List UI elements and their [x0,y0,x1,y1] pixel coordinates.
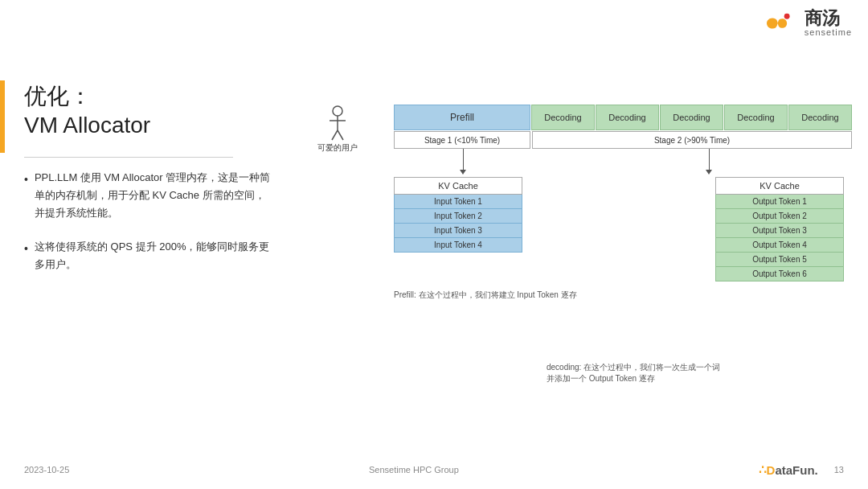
svg-line-4 [332,130,338,140]
output-token-6: Output Token 6 [715,267,844,281]
caption-decoding: decoding: 在这个过程中，我们将一次生成一个词 并添加一个 Output… [547,362,720,384]
kv-cache-right: KV Cache Output Token 1 Output Token 2 O… [715,177,844,281]
output-token-3: Output Token 3 [715,224,844,238]
arrow-left-line [463,149,464,170]
input-token-3: Input Token 3 [394,224,522,238]
title-divider [24,157,233,158]
kv-cache-row: KV Cache Input Token 1 Input Token 2 Inp… [394,177,852,281]
title-area: 优化： VM Allocator [24,82,150,141]
bullet-dot-2: • [24,240,28,259]
datafun-logo: ∴ DataFun. [759,462,818,477]
svg-point-0 [784,14,790,19]
footer-center: Sensetime HPC Group [369,465,459,475]
caption-decoding-line1: decoding: 在这个过程中，我们将一次生成一个词 [547,362,720,373]
decoding-box-1: Decoding [531,105,595,130]
logo-area: 商汤 sensetime [756,10,852,37]
output-token-1: Output Token 1 [715,195,844,209]
bullet-item-1: • PPL.LLM 使用 VM Allocator 管理内存，这是一种简单的内存… [24,169,273,222]
logo-chinese-text: 商汤 [805,10,840,27]
caption-prefill: Prefill: 在这个过程中，我们将建立 Input Token 逐存 [394,290,852,301]
person-figure [326,105,350,141]
stage1-box: Stage 1 (<10% Time) [394,131,530,149]
svg-line-5 [338,130,343,140]
output-token-5: Output Token 5 [715,253,844,267]
footer-right: ∴ DataFun. 13 [759,462,844,477]
caption-decoding-line2: 并添加一个 Output Token 逐存 [547,373,720,384]
pipeline-diagram: Prefill Decoding Decoding Decoding Decod… [394,105,852,301]
logo-english-text: sensetime [805,27,852,37]
arrow-right-line [709,149,710,170]
footer: 2023-10-25 Sensetime HPC Group ∴ DataFun… [0,462,868,477]
arrow-left-head [460,170,466,175]
input-token-1: Input Token 1 [394,195,522,209]
decoding-box-4: Decoding [724,105,788,130]
bullet-dot-1: • [24,171,28,190]
pipeline-top-row: Prefill Decoding Decoding Decoding Decod… [394,105,852,130]
datafun-d: D [767,463,776,477]
footer-date: 2023-10-25 [24,465,69,475]
decoding-box-3: Decoding [660,105,723,130]
input-token-4: Input Token 4 [394,238,522,253]
input-token-2: Input Token 2 [394,209,522,224]
datafun-rest: ataFun. [775,463,817,477]
decoding-boxes: Decoding Decoding Decoding Decoding Deco… [531,105,852,130]
logo-text: 商汤 sensetime [805,10,852,37]
arrows-row [394,149,852,177]
sensetime-logo-icon [756,10,798,36]
kv-cache-header-right: KV Cache [715,177,844,195]
stage2-box: Stage 2 (>90% Time) [532,131,852,149]
decoding-box-5: Decoding [788,105,852,130]
output-token-4: Output Token 4 [715,238,844,253]
bullet-text-2: 这将使得系统的 QPS 提升 200%，能够同时服务更多用户。 [35,238,273,273]
person-label: 可爱的用户 [317,142,358,154]
stage-row: Stage 1 (<10% Time) Stage 2 (>90% Time) [394,131,852,149]
arrow-left [460,149,466,175]
prefill-box: Prefill [394,105,530,130]
person-icon-area: 可爱的用户 [317,105,358,154]
kv-cache-left: KV Cache Input Token 1 Input Token 2 Inp… [394,177,522,281]
kv-cache-header-left: KV Cache [394,177,522,195]
bullet-text-1: PPL.LLM 使用 VM Allocator 管理内存，这是一种简单的内存机制… [35,169,273,222]
bullet-item-2: • 这将使得系统的 QPS 提升 200%，能够同时服务更多用户。 [24,238,273,273]
output-token-2: Output Token 2 [715,209,844,224]
datafun-dots: ∴ [759,462,767,477]
arrow-right [706,149,712,175]
svg-point-1 [333,106,342,116]
decoding-box-2: Decoding [596,105,659,130]
footer-page: 13 [834,465,844,475]
accent-bar [0,80,5,153]
arrow-right-head [706,170,712,175]
title-line1: 优化： VM Allocator [24,82,150,141]
bullet-list: • PPL.LLM 使用 VM Allocator 管理内存，这是一种简单的内存… [24,169,273,290]
